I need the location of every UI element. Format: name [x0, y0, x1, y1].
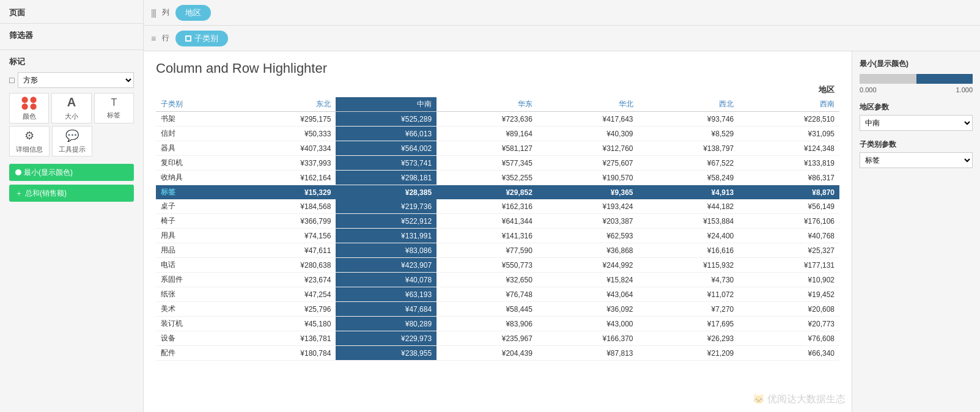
col-shelf-icon: |||	[151, 8, 156, 18]
row-label: 美术	[156, 302, 235, 317]
table-cell: ¥577,345	[437, 156, 537, 171]
table-cell: ¥228,510	[739, 112, 839, 127]
table-cell: ¥83,086	[336, 243, 437, 258]
row-label: 设备	[156, 331, 235, 346]
row-label: 收纳具	[156, 171, 235, 185]
square-icon: □	[9, 75, 14, 85]
label-label: 标签	[107, 111, 120, 120]
region-param-label: 地区参数	[860, 102, 973, 112]
table-cell: ¥298,181	[336, 171, 437, 185]
column-shelf: ||| 列 地区	[144, 0, 980, 26]
col-header-xibei: 西北	[638, 97, 739, 112]
tooltip-mark-btn[interactable]: 💬 工具提示	[52, 126, 92, 156]
marks-icons-row: ⬤ ⬤⬤ ⬤ 颜色 A 大小 T 标签	[9, 93, 134, 123]
table-cell: ¥177,131	[739, 258, 839, 273]
viz-panel: Column and Row Highlighter 地区 子类别 东北 中南 …	[144, 51, 852, 412]
row-label: 用具	[156, 229, 235, 243]
table-cell: ¥407,334	[235, 141, 336, 156]
marks-type-select[interactable]: 方形	[18, 72, 134, 88]
sum-sales-pill[interactable]: ＋ 总和(销售额)	[9, 185, 134, 202]
table-cell: ¥23,674	[235, 273, 336, 287]
sq-icon	[185, 35, 191, 42]
table-cell: ¥131,991	[336, 229, 437, 243]
region-param-select[interactable]: 中南 东北 华东 华北 西北 西南	[860, 115, 973, 131]
table-cell: ¥522,912	[336, 214, 437, 229]
label-mark-btn[interactable]: T 标签	[94, 93, 134, 123]
table-cell: ¥153,884	[638, 214, 739, 229]
table-cell: ¥24,400	[638, 229, 739, 243]
marks-bottom-icons-row: ⚙ 详细信息 💬 工具提示	[9, 126, 134, 156]
min-color-pill[interactable]: 最小(显示颜色)	[9, 164, 134, 181]
table-cell: ¥124,348	[739, 141, 839, 156]
table-cell: ¥25,796	[235, 302, 336, 317]
plus-icon: ＋	[15, 188, 23, 199]
subcat-param-select[interactable]: 标签 书架 信封 器具 复印机 收纳具 桌子 椅子 用具 用品 电话 系固件 纸…	[860, 152, 973, 168]
table-cell: ¥16,616	[638, 243, 739, 258]
size-mark-btn[interactable]: A 大小	[51, 93, 91, 123]
color-label: 颜色	[23, 112, 36, 121]
region-pill[interactable]: 地区	[175, 5, 211, 21]
table-cell: ¥581,127	[437, 141, 537, 156]
tooltip-icon: 💬	[65, 129, 79, 142]
table-cell: ¥43,064	[537, 287, 638, 302]
table-cell: ¥4,730	[638, 273, 739, 287]
table-cell: ¥204,439	[437, 346, 537, 361]
table-cell: ¥80,289	[336, 317, 437, 331]
size-icon: A	[67, 95, 76, 109]
table-cell: ¥337,993	[235, 156, 336, 171]
color-mark-btn[interactable]: ⬤ ⬤⬤ ⬤ 颜色	[9, 93, 49, 123]
table-cell: ¥7,270	[638, 302, 739, 317]
table-cell: ¥36,092	[537, 302, 638, 317]
table-cell: ¥19,452	[739, 287, 839, 302]
table-cell: ¥176,106	[739, 214, 839, 229]
table-cell: ¥28,385	[336, 185, 437, 200]
page-label: 页面	[0, 0, 143, 24]
table-cell: ¥280,638	[235, 258, 336, 273]
table-cell: ¥50,333	[235, 127, 336, 141]
table-cell: ¥76,748	[437, 287, 537, 302]
table-cell: ¥74,156	[235, 229, 336, 243]
table-cell: ¥162,316	[437, 199, 537, 214]
row-shelf-label: 行	[162, 33, 169, 43]
color-bar-right	[916, 74, 973, 84]
table-cell: ¥136,781	[235, 331, 336, 346]
marks-select-row: □ 方形	[9, 72, 134, 88]
row-shelf-icon: ≡	[151, 34, 156, 43]
table-cell: ¥83,906	[437, 317, 537, 331]
table-cell: ¥21,209	[638, 346, 739, 361]
data-table: 地区 子类别 东北 中南 华东 华北 西北 西南 书架¥295,175¥525,…	[156, 83, 839, 361]
table-cell: ¥47,684	[336, 302, 437, 317]
table-cell: ¥550,773	[437, 258, 537, 273]
table-cell: ¥525,289	[336, 112, 437, 127]
col-header-huadong: 华东	[437, 97, 537, 112]
table-cell: ¥43,000	[537, 317, 638, 331]
color-bar[interactable]	[860, 74, 973, 84]
table-cell: ¥641,344	[437, 214, 537, 229]
subcat-pill[interactable]: 子类别	[175, 31, 228, 46]
row-label: 器具	[156, 141, 235, 156]
detail-mark-btn[interactable]: ⚙ 详细信息	[9, 126, 50, 156]
col-header-zhongnan: 中南	[336, 97, 437, 112]
table-cell: ¥366,799	[235, 214, 336, 229]
table-cell: ¥31,095	[739, 127, 839, 141]
filter-section: 筛选器	[0, 24, 143, 50]
table-cell: ¥66,340	[739, 346, 839, 361]
color-bar-left	[860, 74, 916, 84]
table-cell: ¥8,529	[638, 127, 739, 141]
table-cell: ¥67,522	[638, 156, 739, 171]
table-cell: ¥47,254	[235, 287, 336, 302]
size-label: 大小	[65, 112, 78, 121]
row-label: 椅子	[156, 214, 235, 229]
color-min-label: 0.000	[860, 86, 877, 94]
min-color-label: 最小(显示颜色)	[24, 167, 73, 178]
table-cell: ¥235,967	[437, 331, 537, 346]
color-bar-labels: 0.000 1.000	[860, 86, 973, 94]
subcat-param-label: 子类别参数	[860, 139, 973, 150]
table-cell: ¥203,387	[537, 214, 638, 229]
table-cell: ¥115,932	[638, 258, 739, 273]
marks-section: 标记 □ 方形 ⬤ ⬤⬤ ⬤ 颜色 A 大小 T 标签 ⚙ 详	[0, 50, 143, 412]
table-cell: ¥45,180	[235, 317, 336, 331]
table-cell: ¥47,611	[235, 243, 336, 258]
main-area: ||| 列 地区 ≡ 行 子类别 Column and Row Highligh…	[144, 0, 980, 412]
table-cell: ¥723,636	[437, 112, 537, 127]
